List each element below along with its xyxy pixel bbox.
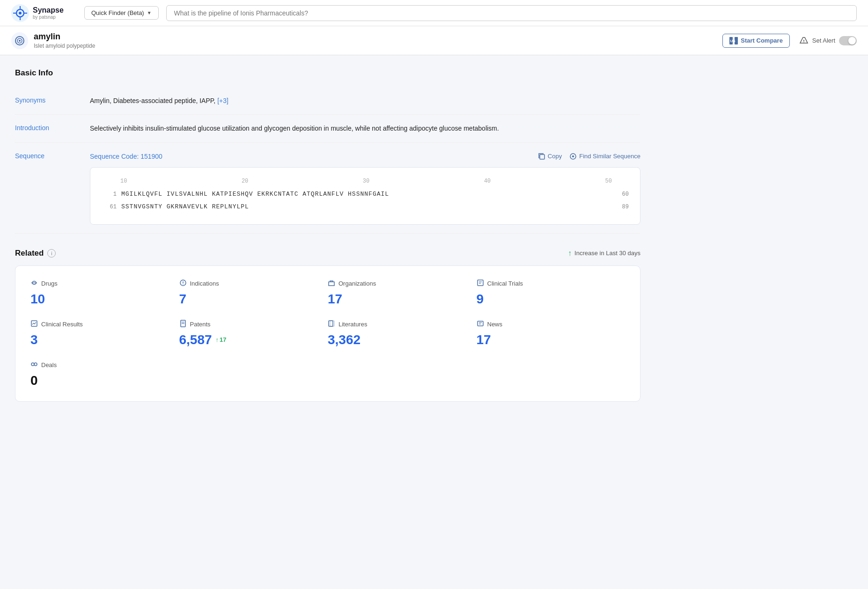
stat-label: Drugs bbox=[41, 280, 58, 287]
svg-point-35 bbox=[31, 363, 34, 366]
stat-label: Literatures bbox=[338, 321, 367, 328]
svg-point-14 bbox=[803, 42, 804, 43]
set-alert-area: Set Alert bbox=[799, 36, 857, 45]
stat-label-row: Drugs bbox=[30, 279, 179, 288]
synonyms-more[interactable]: [+3] bbox=[217, 97, 228, 104]
entity-actions: US Start Compare Set Alert bbox=[722, 34, 857, 48]
seq-line1-num: 1 bbox=[102, 190, 117, 199]
entity-name: amylin bbox=[34, 32, 717, 42]
alert-icon bbox=[799, 37, 809, 45]
stat-label-row: News bbox=[477, 320, 625, 329]
stat-label-row: Clinical Trials bbox=[477, 279, 625, 288]
stat-item-patents[interactable]: Patents 6,587 ↑ 17 bbox=[179, 320, 328, 347]
seq-line2-end: 89 bbox=[622, 203, 629, 212]
stat-label-row: Indications bbox=[179, 279, 328, 288]
stat-label: Deals bbox=[41, 361, 57, 368]
stat-label-row: Deals bbox=[30, 361, 179, 369]
introduction-row: Introduction Selectively inhibits insuli… bbox=[15, 115, 640, 142]
stat-item-clinical-results[interactable]: Clinical Results 3 bbox=[30, 320, 179, 347]
target-icon bbox=[15, 36, 25, 46]
sequence-code-link[interactable]: Sequence Code: 151900 bbox=[90, 151, 162, 162]
chevron-down-icon: ▼ bbox=[147, 10, 152, 15]
related-header: Related i ↑ Increase in Last 30 days bbox=[15, 249, 640, 258]
stat-item-news[interactable]: News 17 bbox=[477, 320, 625, 347]
stat-label: Indications bbox=[190, 280, 219, 287]
seq-line1-end: 60 bbox=[622, 190, 629, 199]
increase-note: ↑ Increase in Last 30 days bbox=[568, 249, 640, 258]
stat-item-drugs[interactable]: Drugs 10 bbox=[30, 279, 179, 307]
logo-text: Synapse by patsnap bbox=[33, 6, 64, 20]
svg-rect-15 bbox=[540, 155, 544, 159]
related-title-area: Related i bbox=[15, 249, 56, 258]
logo: Synapse by patsnap bbox=[11, 4, 77, 22]
seq-line2-num: 61 bbox=[102, 203, 117, 212]
clinical trials-icon bbox=[477, 279, 484, 288]
seq-line1-data: MGILKLQVFL IVLSVALNHL KATPIESHQV EKRKCNT… bbox=[121, 190, 618, 199]
literatures-icon bbox=[328, 320, 335, 329]
find-similar-button[interactable]: Find Similar Sequence bbox=[569, 153, 640, 160]
stat-value: 3 bbox=[30, 332, 179, 347]
logo-sub: by patsnap bbox=[33, 15, 64, 20]
synonyms-value: Amylin, Diabetes-associated peptide, IAP… bbox=[90, 96, 640, 106]
find-similar-icon bbox=[569, 153, 577, 160]
logo-name: Synapse bbox=[33, 6, 64, 15]
synapse-logo-icon bbox=[11, 4, 29, 22]
drugs-icon bbox=[30, 279, 38, 288]
svg-rect-23 bbox=[478, 280, 483, 286]
stat-value: 0 bbox=[30, 373, 179, 388]
svg-rect-22 bbox=[329, 282, 334, 286]
stat-value: 17 bbox=[477, 332, 625, 347]
copy-button[interactable]: Copy bbox=[538, 153, 562, 160]
entity-subtitle: Islet amyloid polypeptide bbox=[34, 43, 717, 49]
related-stats-card: Drugs 10 Indications 7 Organizations 17 … bbox=[15, 265, 640, 402]
sequence-actions: Copy Find Similar Sequence bbox=[538, 153, 640, 160]
introduction-label: Introduction bbox=[15, 123, 90, 132]
stat-label-row: Literatures bbox=[328, 320, 477, 329]
svg-rect-31 bbox=[330, 321, 334, 326]
deals-icon bbox=[30, 361, 38, 369]
stat-item-organizations[interactable]: Organizations 17 bbox=[328, 279, 477, 307]
stat-item-indications[interactable]: Indications 7 bbox=[179, 279, 328, 307]
compare-label: Start Compare bbox=[741, 37, 783, 44]
entity-titles: amylin Islet amyloid polypeptide bbox=[34, 32, 717, 49]
compare-icon: US bbox=[729, 37, 738, 44]
svg-point-2 bbox=[19, 12, 22, 15]
svg-point-17 bbox=[572, 155, 574, 157]
ruler-numbers: 10 20 30 40 50 bbox=[120, 177, 612, 186]
basic-info-title: Basic Info bbox=[15, 68, 640, 78]
stat-value: 7 bbox=[179, 292, 328, 307]
stat-value: 3,362 bbox=[328, 332, 477, 347]
introduction-value: Selectively inhibits insulin-stimulated … bbox=[90, 123, 640, 133]
synonyms-label: Synonyms bbox=[15, 96, 90, 104]
stat-label-row: Clinical Results bbox=[30, 320, 179, 329]
related-info-icon[interactable]: i bbox=[47, 249, 56, 258]
synonyms-row: Synonyms Amylin, Diabetes-associated pep… bbox=[15, 87, 640, 115]
stat-label: Organizations bbox=[338, 280, 376, 287]
sequence-row: Sequence Sequence Code: 151900 Copy bbox=[15, 143, 640, 234]
search-input[interactable] bbox=[166, 5, 857, 21]
entity-header: amylin Islet amyloid polypeptide US Star… bbox=[0, 26, 868, 55]
quick-finder-button[interactable]: Quick Finder (Beta) ▼ bbox=[84, 6, 159, 20]
stat-item-clinical-trials[interactable]: Clinical Trials 9 bbox=[477, 279, 625, 307]
stat-label-row: Patents bbox=[179, 320, 328, 329]
stat-item-deals[interactable]: Deals 0 bbox=[30, 361, 179, 388]
increase-badge: ↑ 17 bbox=[216, 336, 227, 343]
seq-line2-data: SSTNVGSNTY GKRNAVEVLK REPLNYLPL bbox=[121, 202, 618, 212]
top-navigation: Synapse by patsnap Quick Finder (Beta) ▼ bbox=[0, 0, 868, 26]
quick-finder-label: Quick Finder (Beta) bbox=[91, 9, 144, 16]
start-compare-button[interactable]: US Start Compare bbox=[722, 34, 790, 48]
set-alert-toggle[interactable] bbox=[839, 36, 857, 45]
indications-icon bbox=[179, 279, 187, 288]
svg-rect-30 bbox=[329, 321, 333, 326]
stat-label: News bbox=[487, 321, 503, 328]
stat-value: 17 bbox=[328, 292, 477, 307]
stat-item-literatures[interactable]: Literatures 3,362 bbox=[328, 320, 477, 347]
patents-icon bbox=[179, 320, 187, 329]
svg-rect-32 bbox=[478, 321, 483, 326]
svg-point-21 bbox=[183, 284, 184, 285]
entity-icon bbox=[11, 32, 28, 49]
stat-label: Clinical Trials bbox=[487, 280, 523, 287]
arrow-up-icon: ↑ bbox=[568, 249, 572, 258]
stat-label-row: Organizations bbox=[328, 279, 477, 288]
stat-label: Patents bbox=[190, 321, 211, 328]
